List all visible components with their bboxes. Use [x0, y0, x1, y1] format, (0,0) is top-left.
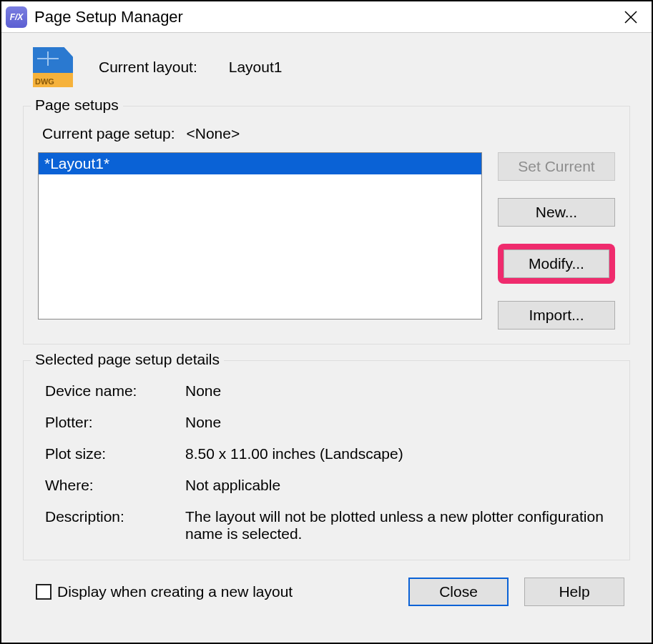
modify-button-highlight: Modify... — [498, 244, 615, 284]
close-button[interactable]: Close — [408, 578, 509, 606]
footer-buttons: Close Help — [408, 578, 624, 606]
plot-size-label: Plot size: — [45, 445, 178, 462]
page-setups-listbox[interactable]: *Layout1* — [38, 152, 482, 319]
current-page-setup-value: <None> — [186, 125, 240, 142]
checkbox-label: Display when creating a new layout — [57, 583, 293, 600]
list-item[interactable]: *Layout1* — [39, 153, 481, 174]
current-layout-row: DWG Current layout: Layout1 — [23, 47, 630, 87]
where-value: Not applicable — [185, 477, 612, 494]
device-name-value: None — [185, 382, 612, 400]
window-title: Page Setup Manager — [34, 8, 614, 26]
plotter-value: None — [185, 414, 612, 431]
app-icon: F/X — [6, 6, 27, 28]
current-page-setup-row: Current page setup: <None> — [42, 125, 615, 142]
help-button[interactable]: Help — [524, 578, 624, 606]
device-name-label: Device name: — [45, 382, 178, 400]
plot-size-value: 8.50 x 11.00 inches (Landscape) — [185, 445, 612, 462]
dwg-file-icon: DWG — [33, 47, 73, 87]
page-setups-list-row: *Layout1* Set Current New... Modify... I… — [38, 152, 615, 330]
dwg-icon-label: DWG — [35, 77, 54, 86]
titlebar: F/X Page Setup Manager — [1, 1, 652, 33]
current-page-setup-label: Current page setup: — [42, 125, 175, 142]
checkbox-icon[interactable] — [36, 584, 51, 600]
footer: Display when creating a new layout Close… — [23, 576, 630, 606]
page-setups-group: Page setups Current page setup: <None> *… — [23, 106, 630, 345]
display-when-creating-checkbox[interactable]: Display when creating a new layout — [36, 583, 408, 600]
details-legend: Selected page setup details — [31, 351, 224, 368]
description-label: Description: — [45, 508, 178, 543]
dialog-body: DWG Current layout: Layout1 Page setups … — [1, 33, 652, 643]
current-layout-value: Layout1 — [229, 59, 283, 76]
plotter-label: Plotter: — [45, 414, 178, 431]
import-button[interactable]: Import... — [498, 301, 615, 330]
page-setups-legend: Page setups — [31, 96, 123, 114]
page-setups-button-column: Set Current New... Modify... Import... — [498, 152, 615, 330]
where-label: Where: — [45, 477, 178, 494]
close-icon[interactable] — [614, 4, 647, 31]
dialog-window: F/X Page Setup Manager DWG Current layou… — [0, 0, 653, 644]
set-current-button[interactable]: Set Current — [498, 152, 615, 181]
new-button[interactable]: New... — [498, 198, 615, 227]
current-layout-label: Current layout: — [99, 59, 197, 76]
description-value: The layout will not be plotted unless a … — [185, 508, 612, 543]
details-group: Selected page setup details Device name:… — [23, 360, 630, 560]
modify-button[interactable]: Modify... — [504, 249, 609, 278]
details-grid: Device name: None Plotter: None Plot siz… — [38, 378, 615, 545]
